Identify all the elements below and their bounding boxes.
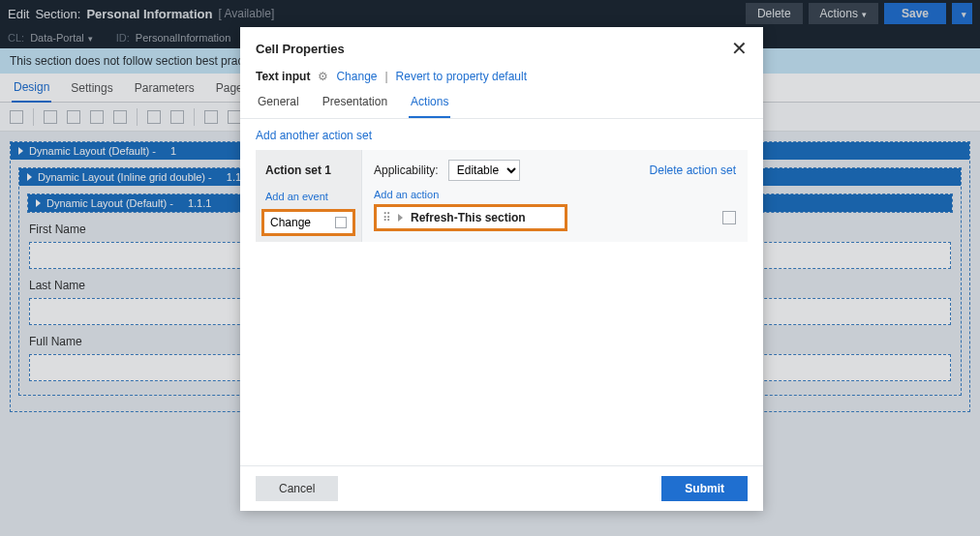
modal-tab-actions[interactable]: Actions <box>409 89 450 118</box>
gear-icon[interactable]: ⚙ <box>318 70 328 83</box>
applicability-select[interactable]: Editable <box>448 160 520 181</box>
close-icon[interactable]: ✕ <box>731 39 748 58</box>
modal-tab-presentation[interactable]: Presentation <box>321 89 389 118</box>
action-set: Action set 1 Add an event Change Applica… <box>256 150 748 242</box>
cell-properties-modal: Cell Properties ✕ Text input ⚙ Change | … <box>240 27 763 511</box>
modal-tabs: General Presentation Actions <box>240 89 763 119</box>
submit-button[interactable]: Submit <box>661 476 748 501</box>
event-label: Change <box>270 216 311 229</box>
applicability-label: Applicability: <box>374 164 439 177</box>
delete-icon[interactable] <box>335 217 347 228</box>
event-change[interactable]: Change <box>261 209 355 236</box>
modal-tab-general[interactable]: General <box>256 89 301 118</box>
cancel-button[interactable]: Cancel <box>256 476 338 501</box>
add-event-link[interactable]: Add an event <box>256 191 361 206</box>
add-action-link[interactable]: Add an action <box>374 189 736 200</box>
action-label: Refresh-This section <box>411 211 559 224</box>
change-link[interactable]: Change <box>336 70 377 83</box>
add-action-set-link[interactable]: Add another action set <box>256 129 372 142</box>
delete-action-set-link[interactable]: Delete action set <box>650 164 736 177</box>
action-set-name: Action set 1 <box>256 150 361 191</box>
revert-link[interactable]: Revert to property default <box>396 70 527 83</box>
cell-type-label: Text input <box>256 70 310 83</box>
delete-icon[interactable] <box>722 211 736 224</box>
action-refresh-section[interactable]: ⠿ Refresh-This section <box>374 204 567 231</box>
modal-title: Cell Properties <box>256 42 345 56</box>
drag-handle-icon[interactable]: ⠿ <box>383 211 390 224</box>
triangle-icon <box>398 214 403 222</box>
